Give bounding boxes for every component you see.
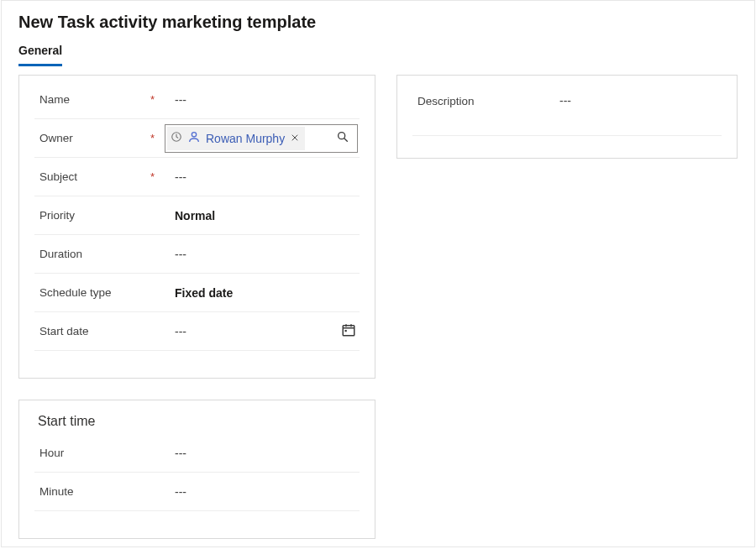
- page-title: New Task activity marketing template: [18, 13, 738, 32]
- label-subject: Subject *: [34, 170, 156, 183]
- recent-icon: [171, 131, 182, 145]
- value-description[interactable]: ---: [551, 94, 722, 107]
- value-schedule-type[interactable]: Fixed date: [156, 286, 360, 300]
- label-owner: Owner *: [34, 132, 156, 144]
- label-schedule-type-text: Schedule type: [39, 286, 112, 299]
- svg-point-2: [339, 133, 345, 139]
- required-marker: *: [150, 93, 155, 106]
- tab-general[interactable]: General: [18, 40, 62, 66]
- start-date-text: ---: [175, 325, 186, 338]
- page-root: New Task activity marketing template Gen…: [1, 0, 755, 547]
- label-hour: Hour: [34, 447, 156, 459]
- label-description-text: Description: [417, 95, 475, 107]
- required-marker: *: [150, 170, 155, 183]
- label-priority: Priority: [34, 209, 156, 222]
- label-subject-text: Subject: [39, 170, 77, 183]
- label-name-text: Name: [39, 93, 70, 106]
- label-description: Description: [412, 95, 551, 107]
- label-duration: Duration: [34, 248, 156, 260]
- value-name[interactable]: ---: [156, 93, 360, 107]
- owner-lookup[interactable]: Rowan Murphy: [165, 124, 358, 153]
- label-duration-text: Duration: [39, 248, 82, 260]
- field-minute[interactable]: Minute ---: [34, 473, 360, 511]
- label-start-date-text: Start date: [39, 325, 89, 337]
- required-marker: *: [150, 132, 155, 144]
- form-columns: Name * --- Owner *: [18, 75, 738, 539]
- field-hour[interactable]: Hour ---: [34, 434, 360, 473]
- field-description[interactable]: Description ---: [412, 81, 722, 121]
- calendar-icon[interactable]: [341, 322, 356, 340]
- label-minute: Minute: [34, 485, 156, 498]
- left-column: Name * --- Owner *: [18, 75, 375, 539]
- start-time-card: Start time Hour --- Minute ---: [18, 400, 375, 539]
- lookup-search-button[interactable]: [328, 125, 357, 152]
- description-card: Description ---: [396, 75, 738, 159]
- value-subject[interactable]: ---: [156, 170, 360, 184]
- spacer: [34, 511, 360, 526]
- label-minute-text: Minute: [39, 485, 74, 498]
- spacer: [34, 351, 360, 366]
- general-card: Name * --- Owner *: [18, 75, 375, 379]
- person-icon: [187, 130, 201, 146]
- svg-rect-4: [345, 330, 347, 332]
- label-start-date: Start date: [34, 325, 156, 337]
- owner-chip[interactable]: Rowan Murphy: [167, 127, 305, 150]
- label-name: Name *: [34, 93, 156, 106]
- search-icon: [336, 130, 349, 146]
- field-name[interactable]: Name * ---: [34, 81, 360, 119]
- label-priority-text: Priority: [39, 209, 75, 222]
- value-hour[interactable]: ---: [156, 447, 360, 460]
- label-schedule-type: Schedule type: [34, 286, 156, 299]
- label-owner-text: Owner: [39, 132, 73, 144]
- field-priority[interactable]: Priority Normal: [34, 196, 360, 235]
- owner-chip-text: Rowan Murphy: [206, 132, 285, 145]
- value-start-date[interactable]: ---: [156, 322, 360, 340]
- value-priority[interactable]: Normal: [156, 209, 360, 222]
- start-time-title: Start time: [38, 414, 360, 429]
- owner-lookup-wrapper: Rowan Murphy: [156, 124, 360, 153]
- svg-point-1: [192, 133, 196, 137]
- field-duration[interactable]: Duration ---: [34, 235, 360, 274]
- field-subject[interactable]: Subject * ---: [34, 158, 360, 196]
- label-hour-text: Hour: [39, 447, 64, 459]
- tab-strip: General: [18, 40, 738, 66]
- field-owner[interactable]: Owner * Rowan Mu: [34, 119, 360, 158]
- right-column: Description ---: [396, 75, 738, 159]
- chip-remove-icon[interactable]: [290, 132, 300, 145]
- description-underline: [412, 121, 722, 136]
- value-duration[interactable]: ---: [156, 248, 360, 261]
- svg-rect-3: [343, 326, 354, 336]
- field-start-date[interactable]: Start date ---: [34, 312, 360, 351]
- value-minute[interactable]: ---: [156, 485, 360, 499]
- field-schedule-type[interactable]: Schedule type Fixed date: [34, 274, 360, 312]
